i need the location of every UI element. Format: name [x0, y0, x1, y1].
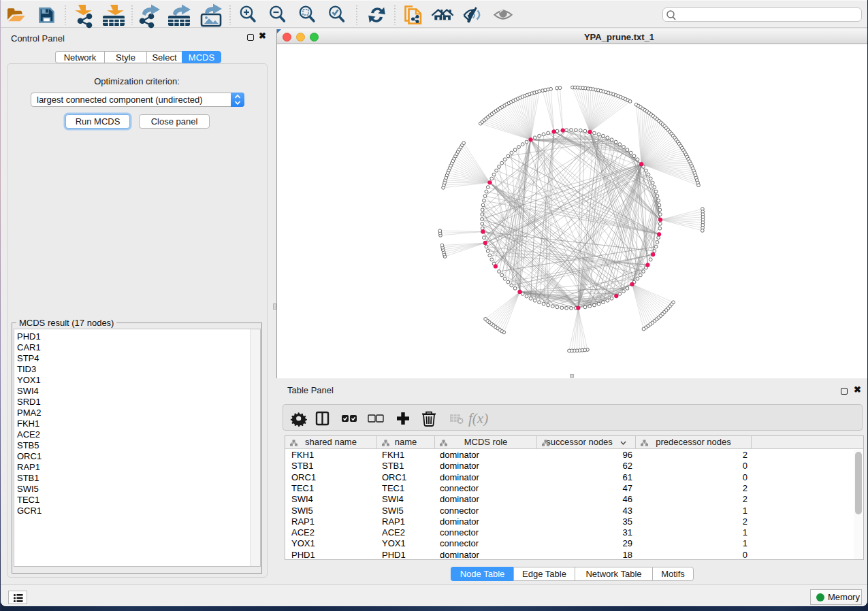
svg-text:f(x): f(x) [468, 410, 488, 427]
